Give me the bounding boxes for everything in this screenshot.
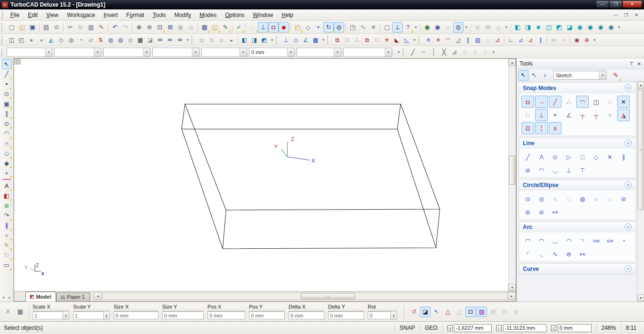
zoom-previous-icon[interactable]: ◎ [186,22,196,33]
left-toolbar-expand-icon[interactable]: ▸ [7,295,13,301]
workplane-origin-icon[interactable]: ⊥ [281,35,291,45]
toolbar-options-icon[interactable]: ▾ [412,35,417,45]
dropdown-arrow-icon[interactable]: ▾ [287,48,294,57]
cylinder-edit-icon[interactable]: ◍ [116,35,125,45]
pen-width-combo[interactable]: 0 mm▾ [249,48,295,57]
construction-line-horizontal-icon[interactable]: ╌ [418,47,429,57]
spline-3d-icon[interactable]: 3D [165,35,175,45]
camera-orbit-icon[interactable]: ↻ [323,22,334,33]
pattern-corner-icon[interactable]: ◣ [392,35,402,45]
array-path-icon[interactable]: ⧉ [362,35,372,45]
view-front-icon[interactable]: ■ [533,22,544,33]
circle-2-tool-icon[interactable]: ⊙ [2,119,12,129]
menu-file[interactable]: File [6,10,24,20]
trim-tool-icon[interactable]: ∦ [2,220,12,230]
edit-mode-icon[interactable]: ▨ [477,307,487,317]
menu-format[interactable]: Format [122,10,149,20]
drawing-canvas[interactable]: ◰ [14,59,508,291]
palette-close-icon[interactable]: ✕ [637,61,641,66]
dimension-tool-icon[interactable]: ◧ [2,191,12,201]
scroll-down-icon[interactable]: ▼ [637,294,644,301]
zoom-page-icon[interactable]: ▣ [175,22,186,33]
snap-toggle[interactable]: SNAP [394,323,420,333]
scroll-down-icon[interactable]: ▼ [509,284,516,291]
snap-perpendicular-icon[interactable]: ⊥ [535,109,548,121]
brush-style-combo[interactable]: ▾ [103,48,150,57]
construction-line-perpendicular-icon[interactable]: ⊿ [449,47,460,57]
rectangle-tool-icon[interactable]: ▣ [2,99,12,109]
t-meet-icon[interactable]: ✕ [433,35,443,45]
help-book-icon[interactable]: ? [403,22,413,33]
toolbar-options-icon[interactable]: ▾ [321,35,326,45]
menu-options[interactable]: Options [221,10,248,20]
construction-line-angular-icon[interactable]: ╳ [439,47,449,57]
circle-tangent-line-icon[interactable]: ◍ [576,193,589,205]
toolbar-options-icon[interactable]: ▾ [413,22,419,33]
dropdown-arrow-icon[interactable]: ▾ [192,48,199,57]
toolbar-options-icon[interactable]: ▾ [592,35,597,45]
stretch-icon[interactable]: ▨ [473,35,483,45]
extract-from-file-icon[interactable]: ◱ [210,22,220,33]
tab-scroll-left-icon[interactable] [94,293,101,300]
palette-eraser-icon[interactable]: ✎ [611,70,621,81]
disk-3d-icon[interactable]: ◎ [125,35,135,45]
undo-icon[interactable]: ↶ [110,22,120,33]
construction-line-2point-icon[interactable]: ╱ [408,47,418,57]
zoom-in-icon[interactable]: ⊕ [134,22,144,33]
workplane-angle-icon[interactable]: ∠ [301,35,311,45]
cone-3d-icon[interactable]: ◭ [46,35,56,45]
line-single-icon[interactable]: ╱ [521,151,534,163]
ellipse-icon[interactable]: ⊜ [521,206,534,218]
palette-scroll-thumb[interactable] [638,90,644,210]
copy-view-icon[interactable]: ◳ [347,22,358,33]
cylinder-3d-icon[interactable]: ◍ [66,35,76,45]
minimize-button[interactable]: — [596,1,609,8]
snap-nearest-icon[interactable]: → [535,96,548,108]
print-preview-icon[interactable]: ⊙ [51,22,62,33]
facet-blend-icon[interactable]: ◍ [197,35,206,45]
array-polar-icon[interactable]: ∴ [352,35,362,45]
select-by-icon[interactable]: ⊠ [483,22,493,33]
field-value[interactable]: 1 [73,311,104,319]
snap-tangent-icon[interactable]: ∠ [562,109,575,121]
insert-picture-icon[interactable]: ▦ [199,22,210,33]
field-value[interactable]: 1 [33,311,63,319]
snap-facet-icon[interactable]: ◮ [617,109,630,121]
insert-part-icon[interactable]: ◰ [292,22,303,33]
rotate-3d-tool-icon[interactable]: ↻ [2,250,12,260]
wedge-3d-icon[interactable]: ◪ [145,35,155,45]
dropdown-arrow-icon[interactable]: ▾ [239,48,247,57]
view-iso-nw-icon[interactable]: ◨ [523,22,533,33]
knife-tool-icon[interactable]: ✎ [2,240,12,250]
new-drawing-icon[interactable]: ▢ [7,22,17,33]
camera-view-4-icon[interactable]: ◉ [606,22,616,33]
arc-s-curve-icon[interactable]: ∿ [549,248,561,260]
cut-icon[interactable]: ✂ [65,22,75,33]
snap-bisector-icon[interactable]: ∧ [549,122,561,134]
scroll-up-icon[interactable]: ▲ [637,81,644,89]
ellipse-rotated-icon[interactable]: ⊘ [535,206,548,218]
circle-2point-icon[interactable]: ○ [549,193,561,205]
tab-paper-1[interactable]: ▤ Paper 1 [56,293,90,301]
spinner-icon[interactable] [63,311,69,319]
coordinate-value[interactable]: -1,6227 mm [454,324,492,332]
facet-union-icon[interactable]: ⧉ [206,35,216,45]
pen-style-combo[interactable]: ▾ [152,48,199,57]
cylinder-rotated-icon[interactable]: ◔ [76,35,86,45]
hatch-tool-icon[interactable]: ∥ [2,109,12,119]
line-tangent-to-arc-icon[interactable]: ⊘ [521,164,534,176]
array-grid-icon[interactable]: ∷ [342,35,352,45]
menu-help[interactable]: Help [277,10,297,20]
calculator-palette-icon[interactable]: ▦ [15,307,25,317]
menu-workspace[interactable]: Workspace [63,10,99,20]
solid-object-icon[interactable]: ◆ [2,158,12,168]
construction-line-vertical-icon[interactable]: ┆ [429,47,439,57]
camera-view-2-icon[interactable]: ◉ [585,22,595,33]
snap-quadrant-icon[interactable]: ◓ [549,109,561,121]
circle-tool-icon[interactable]: ⊙ [2,89,12,99]
ellipse-fixed-ratio-icon[interactable]: a:b [549,206,561,218]
render-scene-icon[interactable]: ◉ [422,22,432,33]
helix-3d-icon[interactable]: 3D [175,35,185,45]
text-tool-icon[interactable]: A [2,181,12,191]
materials-icon[interactable]: ≡ [368,22,379,33]
